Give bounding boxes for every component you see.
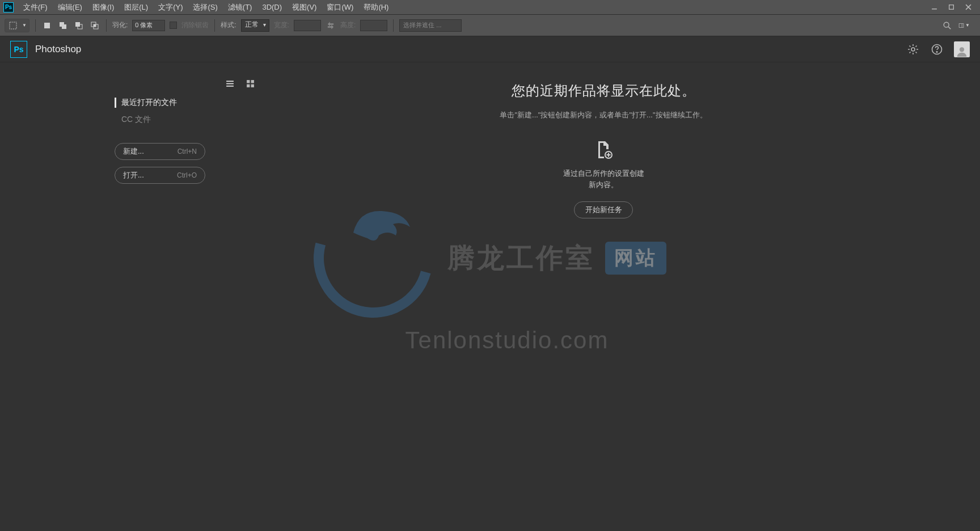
new-selection-icon[interactable] xyxy=(41,20,53,31)
gear-icon[interactable] xyxy=(906,43,920,56)
svg-line-14 xyxy=(948,27,951,29)
width-input xyxy=(294,20,321,31)
open-button[interactable]: 打开... Ctrl+O xyxy=(115,167,205,184)
workspace-switcher-icon[interactable]: ▼ xyxy=(958,20,970,31)
separator xyxy=(214,19,215,32)
menu-image[interactable]: 图像(I) xyxy=(87,0,119,15)
options-bar: ▼ 羽化: 消除锯齿 样式: 正常 宽度: 高度: 选择并遮住 ... ▼ xyxy=(0,15,980,36)
svg-rect-15 xyxy=(959,23,964,27)
svg-rect-7 xyxy=(62,24,66,29)
open-button-label: 打开... xyxy=(123,170,144,180)
menu-select[interactable]: 选择(S) xyxy=(188,0,222,15)
hero-description: 通过自己所作的设置创建 新内容。 xyxy=(250,168,957,190)
new-button-label: 新建... xyxy=(123,146,144,157)
sidebar: 最近打开的文件 CC 文件 新建... Ctrl+N 打开... Ctrl+O xyxy=(0,62,227,531)
menu-help[interactable]: 帮助(H) xyxy=(358,0,394,15)
swap-dimensions-icon[interactable] xyxy=(326,20,336,31)
feather-input[interactable] xyxy=(132,20,165,31)
style-select[interactable]: 正常 xyxy=(241,19,269,32)
menu-filter[interactable]: 滤镜(T) xyxy=(223,0,257,15)
new-button-shortcut: Ctrl+N xyxy=(178,148,197,155)
svg-point-17 xyxy=(911,48,915,51)
menu-layer[interactable]: 图层(L) xyxy=(119,0,153,15)
svg-rect-5 xyxy=(44,23,50,28)
svg-point-13 xyxy=(944,22,949,27)
svg-point-19 xyxy=(936,51,937,52)
hero-title: 您的近期作品将显示在此处。 xyxy=(250,82,957,100)
separator xyxy=(35,19,36,32)
app-logo-icon: Ps xyxy=(3,2,14,12)
user-avatar[interactable] xyxy=(954,41,970,57)
height-input xyxy=(360,20,387,31)
content-area: 您的近期作品将显示在此处。 单击"新建..."按钮创建新内容，或者单击"打开..… xyxy=(227,62,980,531)
separator xyxy=(393,19,394,32)
sidebar-item-ccfiles[interactable]: CC 文件 xyxy=(111,111,227,128)
svg-rect-1 xyxy=(949,5,953,10)
sidebar-nav: 最近打开的文件 CC 文件 xyxy=(0,94,227,128)
svg-point-20 xyxy=(960,47,964,52)
sidebar-item-recent[interactable]: 最近打开的文件 xyxy=(111,94,227,111)
menu-bar: Ps 文件(F) 编辑(E) 图像(I) 图层(L) 文字(Y) 选择(S) 滤… xyxy=(0,0,980,15)
separator xyxy=(106,19,107,32)
home-main: 最近打开的文件 CC 文件 新建... Ctrl+N 打开... Ctrl+O … xyxy=(0,62,980,531)
add-selection-icon[interactable] xyxy=(57,20,69,31)
antialias-checkbox xyxy=(170,22,177,29)
close-button[interactable] xyxy=(960,2,977,13)
menu-view[interactable]: 视图(V) xyxy=(287,0,322,15)
maximize-button[interactable] xyxy=(943,2,960,13)
search-icon[interactable] xyxy=(941,20,953,31)
home-header: Ps Photoshop xyxy=(0,36,980,62)
intersect-selection-icon[interactable] xyxy=(89,20,100,31)
app-logo-icon: Ps xyxy=(10,41,27,58)
chevron-down-icon: ▼ xyxy=(22,23,27,28)
hero-subtitle: 单击"新建..."按钮创建新内容，或者单击"打开..."按钮继续工作。 xyxy=(250,110,957,120)
help-icon[interactable] xyxy=(930,43,944,56)
new-document-icon xyxy=(593,140,614,160)
menu-3d[interactable]: 3D(D) xyxy=(257,0,287,15)
menu-window[interactable]: 窗口(W) xyxy=(322,0,358,15)
open-button-shortcut: Ctrl+O xyxy=(177,171,197,179)
feather-label: 羽化: xyxy=(112,20,128,30)
menu-text[interactable]: 文字(Y) xyxy=(153,0,188,15)
sidebar-actions: 新建... Ctrl+N 打开... Ctrl+O xyxy=(0,143,227,184)
start-new-task-button[interactable]: 开始新任务 xyxy=(574,201,633,218)
select-and-mask-button[interactable]: 选择并遮住 ... xyxy=(399,19,462,32)
tool-preset[interactable]: ▼ xyxy=(5,19,29,32)
menu-file[interactable]: 文件(F) xyxy=(18,0,53,15)
subtract-selection-icon[interactable] xyxy=(73,20,85,31)
width-label: 宽度: xyxy=(274,20,289,30)
minimize-button[interactable] xyxy=(926,2,943,13)
app-title: Photoshop xyxy=(35,44,81,55)
svg-rect-4 xyxy=(10,22,16,29)
window-controls xyxy=(926,2,977,13)
antialias-label: 消除锯齿 xyxy=(181,20,209,30)
menu-edit[interactable]: 编辑(E) xyxy=(53,0,87,15)
new-button[interactable]: 新建... Ctrl+N xyxy=(115,143,205,160)
height-label: 高度: xyxy=(340,20,356,30)
svg-rect-12 xyxy=(94,24,96,27)
style-label: 样式: xyxy=(221,20,236,30)
marquee-tool-icon xyxy=(7,20,19,31)
